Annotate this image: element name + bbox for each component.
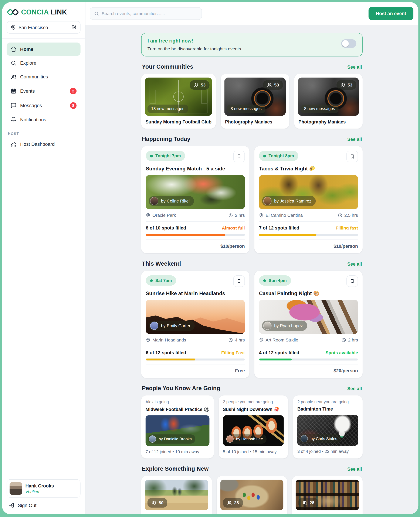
section-title: Your Communities <box>142 63 193 70</box>
sidebar-item-host-dashboard[interactable]: Host Dashboard <box>7 138 81 151</box>
discover-community-card[interactable]: 80 🥾 Outdoor Adventures Bay Area Hikers <box>141 476 212 514</box>
home-icon <box>11 46 17 52</box>
capacity-status: Almost full <box>222 225 245 230</box>
sidebar-item-explore[interactable]: Explore <box>7 56 81 69</box>
event-price: Free <box>146 368 245 373</box>
new-messages-badge: 8 new messages <box>227 104 265 113</box>
topbar: Host an event <box>85 2 418 25</box>
page-frame: CONCIA LINK San Francisco Home <box>0 0 420 517</box>
location-selector[interactable]: San Francisco <box>7 21 81 34</box>
event-card[interactable]: Tonight 7pm Sunday Evening Match - 5 a s… <box>141 146 249 253</box>
joined-distance-label: 5 of 10 joined • 15 min away <box>223 449 284 454</box>
map-pin-icon <box>259 213 263 218</box>
people-going-see-all-link[interactable]: See all <box>347 386 362 391</box>
members-icon <box>151 500 156 505</box>
map-pin-icon <box>259 338 263 342</box>
section-title: People You Know Are Going <box>142 385 220 392</box>
host-avatar <box>226 436 233 443</box>
event-image-badminton: by Chris Stales <box>297 415 358 446</box>
bookmark-button[interactable] <box>346 275 358 287</box>
sign-out-button[interactable]: Sign Out <box>7 498 81 509</box>
event-meta: Art Room Studio 2 hrs <box>259 337 358 342</box>
host-avatar <box>150 197 158 205</box>
profile-card[interactable]: Hank Crooks Verified <box>7 479 81 498</box>
capacity-status: Spots available <box>326 350 358 355</box>
capacity-progress-fill <box>146 234 225 236</box>
sidebar-item-label: Notifications <box>20 117 46 122</box>
happening-today-section-header: Happening Today See all <box>142 136 362 143</box>
live-dot-icon <box>150 155 153 157</box>
bookmark-button[interactable] <box>346 151 358 162</box>
event-host: by Celine Rikel <box>149 196 194 206</box>
discover-community-card[interactable]: 28 📚 Books & Learning Sci-Fi Book Club <box>292 476 363 514</box>
event-location: Art Room Studio <box>266 337 298 342</box>
event-title: Midweek Football Practice ⚽ <box>146 407 209 412</box>
host-event-button[interactable]: Host an event <box>368 7 413 20</box>
who-is-going-label: 2 people you met are going <box>223 400 284 404</box>
capacity-progress-fill <box>259 358 292 360</box>
community-card[interactable]: 53 13 new messages Sunday Morning Footba… <box>141 74 216 129</box>
social-event-card[interactable]: 2 people you met are going Sushi Night D… <box>218 395 288 458</box>
location-value: San Francisco <box>18 25 69 30</box>
event-image-painting: by Ryan Lopez <box>259 300 358 334</box>
messages-badge: 8 <box>70 102 76 109</box>
event-image-tacos: by Jessica Ramirez <box>259 175 358 209</box>
community-card[interactable]: 53 8 new messages Photography Maniacs <box>294 74 363 129</box>
this-weekend-see-all-link[interactable]: See all <box>347 261 362 266</box>
event-card[interactable]: Sat 7am Sunrise Hike at Marin Headlands … <box>141 271 249 378</box>
live-dot-icon <box>150 279 153 282</box>
community-image-board-game: 28 <box>220 480 284 510</box>
search-bar[interactable] <box>90 7 202 20</box>
spots-filled-label: 6 of 12 spots filled <box>146 350 186 355</box>
event-duration: 4 hrs <box>235 337 245 342</box>
joined-distance-label: 3 of 4 joined • 22 min away <box>297 449 358 454</box>
social-event-card[interactable]: 2 people near you are going Badminton Ti… <box>293 395 363 458</box>
bookmark-button[interactable] <box>233 275 245 287</box>
who-is-going-label: 2 people near you are going <box>297 400 358 404</box>
community-image-football-field: 53 13 new messages <box>145 78 212 116</box>
main-content: I am free right now! Turn on the be disc… <box>85 25 418 514</box>
event-host: by Emily Carter <box>149 321 195 331</box>
social-event-card[interactable]: Alex is going Midweek Football Practice … <box>141 395 214 458</box>
members-icon <box>340 82 345 87</box>
sidebar-item-home[interactable]: Home <box>7 43 81 56</box>
bookmark-button[interactable] <box>233 151 245 162</box>
event-title: Sunrise Hike at Marin Headlands <box>146 290 245 296</box>
free-now-banner: I am free right now! Turn on the be disc… <box>141 33 363 56</box>
sidebar-item-messages[interactable]: Messages 8 <box>7 99 81 112</box>
chain-link-logo-icon <box>7 7 18 17</box>
event-image-football-practice: by Danielle Brooks <box>146 415 209 446</box>
event-card[interactable]: Sun 4pm Casual Painting Night 🎨 by Ryan … <box>255 271 363 378</box>
event-title: Badminton Time <box>297 407 358 412</box>
discoverable-toggle[interactable] <box>341 39 356 48</box>
communities-section-header: Your Communities See all <box>142 63 362 70</box>
event-title: Sushi Night Downtown 🍣 <box>223 407 284 412</box>
search-input[interactable] <box>102 11 198 16</box>
spots-row: 8 of 10 spots filled Almost full <box>146 225 245 230</box>
capacity-progress-bar <box>146 358 245 360</box>
sidebar-item-label: Events <box>20 89 66 94</box>
community-image-camera: 53 8 new messages <box>225 78 286 116</box>
sidebar-item-notifications[interactable]: Notifications <box>7 113 81 126</box>
map-pin-icon <box>146 338 150 342</box>
verified-badge: Verified <box>25 489 54 494</box>
happening-today-see-all-link[interactable]: See all <box>347 136 362 142</box>
members-icon <box>302 500 307 505</box>
members-icon <box>227 500 232 505</box>
section-title: This Weekend <box>142 260 181 267</box>
sidebar-divider <box>2 38 85 39</box>
sidebar-item-events[interactable]: Events 2 <box>7 84 81 98</box>
community-image-hiking-trail: 80 <box>145 480 208 510</box>
edit-location-icon[interactable] <box>71 25 76 30</box>
section-title: Happening Today <box>142 136 190 143</box>
discover-community-card[interactable]: 28 🎲 Board Games & Puzzles Casual Board … <box>217 476 287 514</box>
community-card[interactable]: 53 8 new messages Photography Maniacs <box>221 74 289 129</box>
explore-new-see-all-link[interactable]: See all <box>347 466 362 472</box>
communities-see-all-link[interactable]: See all <box>347 64 362 69</box>
event-host: by Ryan Lopez <box>262 321 307 331</box>
event-host: by Danielle Brooks <box>148 434 195 443</box>
bookmark-icon <box>237 279 241 284</box>
event-card[interactable]: Tonight 8pm Tacos & Trivia Night 🌮 by Je… <box>255 146 363 253</box>
sidebar-item-communities[interactable]: Communities <box>7 70 81 83</box>
event-duration: 2.5 hrs <box>344 213 358 218</box>
